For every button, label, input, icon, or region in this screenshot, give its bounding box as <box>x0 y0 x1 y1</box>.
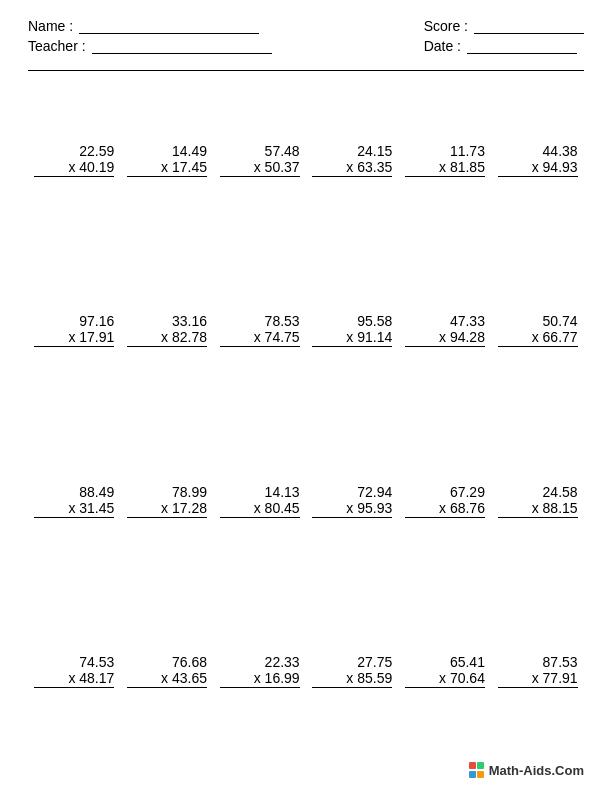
teacher-line[interactable] <box>92 38 272 54</box>
date-label: Date : <box>424 38 461 54</box>
problem-bottom-0-4: x 81.85 <box>405 159 485 177</box>
problem-0-3: 24.15x 63.35 <box>312 143 392 177</box>
date-row: Date : <box>424 38 584 54</box>
problem-1-3: 95.58x 91.14 <box>312 313 392 347</box>
problem-top-1-1: 33.16 <box>172 313 207 329</box>
header-divider <box>28 70 584 71</box>
score-label: Score : <box>424 18 468 34</box>
problem-top-3-4: 65.41 <box>450 654 485 670</box>
problem-top-3-1: 76.68 <box>172 654 207 670</box>
problem-3-2: 22.33x 16.99 <box>220 654 300 688</box>
problem-bottom-1-5: x 66.77 <box>498 329 578 347</box>
problem-top-2-1: 78.99 <box>172 484 207 500</box>
problem-bottom-2-0: x 31.45 <box>34 500 114 518</box>
problems-area: 22.59x 40.1914.49x 17.4557.48x 50.3724.1… <box>28 75 584 756</box>
problem-1-5: 50.74x 66.77 <box>498 313 578 347</box>
problem-3-4: 65.41x 70.64 <box>405 654 485 688</box>
teacher-row: Teacher : <box>28 38 272 54</box>
problem-bottom-2-3: x 95.93 <box>312 500 392 518</box>
logo-icon <box>469 762 485 778</box>
problem-2-0: 88.49x 31.45 <box>34 484 114 518</box>
problem-top-0-3: 24.15 <box>357 143 392 159</box>
problem-top-1-5: 50.74 <box>543 313 578 329</box>
problem-top-1-4: 47.33 <box>450 313 485 329</box>
problem-bottom-1-4: x 94.28 <box>405 329 485 347</box>
problem-0-0: 22.59x 40.19 <box>34 143 114 177</box>
problem-2-1: 78.99x 17.28 <box>127 484 207 518</box>
problem-top-0-4: 11.73 <box>450 143 485 159</box>
problem-bottom-1-3: x 91.14 <box>312 329 392 347</box>
problem-bottom-0-1: x 17.45 <box>127 159 207 177</box>
problem-bottom-0-5: x 94.93 <box>498 159 578 177</box>
problem-bottom-3-4: x 70.64 <box>405 670 485 688</box>
problem-top-3-3: 27.75 <box>357 654 392 670</box>
problem-bottom-3-2: x 16.99 <box>220 670 300 688</box>
problem-1-2: 78.53x 74.75 <box>220 313 300 347</box>
problem-bottom-2-1: x 17.28 <box>127 500 207 518</box>
problem-bottom-0-0: x 40.19 <box>34 159 114 177</box>
problem-top-0-5: 44.38 <box>543 143 578 159</box>
problem-bottom-0-3: x 63.35 <box>312 159 392 177</box>
problem-top-2-5: 24.58 <box>543 484 578 500</box>
problem-top-2-4: 67.29 <box>450 484 485 500</box>
problem-bottom-3-3: x 85.59 <box>312 670 392 688</box>
problem-row-1: 97.16x 17.9133.16x 82.7878.53x 74.7595.5… <box>28 245 584 415</box>
name-line[interactable] <box>79 18 259 34</box>
problem-row-3: 74.53x 48.1776.68x 43.6522.33x 16.9927.7… <box>28 586 584 756</box>
problem-bottom-3-5: x 77.91 <box>498 670 578 688</box>
problem-top-1-3: 95.58 <box>357 313 392 329</box>
problem-3-5: 87.53x 77.91 <box>498 654 578 688</box>
header-right: Score : Date : <box>424 18 584 54</box>
problem-2-3: 72.94x 95.93 <box>312 484 392 518</box>
problem-top-2-3: 72.94 <box>357 484 392 500</box>
teacher-label: Teacher : <box>28 38 86 54</box>
problem-2-4: 67.29x 68.76 <box>405 484 485 518</box>
problem-0-2: 57.48x 50.37 <box>220 143 300 177</box>
name-row: Name : <box>28 18 272 34</box>
logo-text: Math-Aids.Com <box>489 763 584 778</box>
problem-bottom-1-0: x 17.91 <box>34 329 114 347</box>
problem-bottom-1-2: x 74.75 <box>220 329 300 347</box>
problem-top-1-2: 78.53 <box>265 313 300 329</box>
header: Name : Teacher : Score : Date : <box>28 18 584 54</box>
problem-1-1: 33.16x 82.78 <box>127 313 207 347</box>
problem-3-1: 76.68x 43.65 <box>127 654 207 688</box>
name-label: Name : <box>28 18 73 34</box>
problem-top-3-5: 87.53 <box>543 654 578 670</box>
problem-top-0-2: 57.48 <box>265 143 300 159</box>
date-line[interactable] <box>467 38 577 54</box>
problem-top-2-2: 14.13 <box>265 484 300 500</box>
problem-top-1-0: 97.16 <box>79 313 114 329</box>
score-row: Score : <box>424 18 584 34</box>
logo-icon-red <box>469 762 476 769</box>
footer: Math-Aids.Com <box>28 756 584 778</box>
score-line[interactable] <box>474 18 584 34</box>
problem-bottom-3-1: x 43.65 <box>127 670 207 688</box>
problem-bottom-3-0: x 48.17 <box>34 670 114 688</box>
problem-1-0: 97.16x 17.91 <box>34 313 114 347</box>
problem-bottom-0-2: x 50.37 <box>220 159 300 177</box>
header-left: Name : Teacher : <box>28 18 272 54</box>
problem-2-5: 24.58x 88.15 <box>498 484 578 518</box>
problem-3-0: 74.53x 48.17 <box>34 654 114 688</box>
problem-3-3: 27.75x 85.59 <box>312 654 392 688</box>
problem-0-1: 14.49x 17.45 <box>127 143 207 177</box>
problem-top-3-2: 22.33 <box>265 654 300 670</box>
logo-icon-green <box>477 762 484 769</box>
problem-bottom-2-5: x 88.15 <box>498 500 578 518</box>
page: Name : Teacher : Score : Date : 22.59x 4… <box>0 0 612 792</box>
problem-bottom-1-1: x 82.78 <box>127 329 207 347</box>
problem-0-5: 44.38x 94.93 <box>498 143 578 177</box>
problem-top-0-1: 14.49 <box>172 143 207 159</box>
problem-0-4: 11.73x 81.85 <box>405 143 485 177</box>
problem-row-0: 22.59x 40.1914.49x 17.4557.48x 50.3724.1… <box>28 75 584 245</box>
problem-top-2-0: 88.49 <box>79 484 114 500</box>
problem-1-4: 47.33x 94.28 <box>405 313 485 347</box>
problem-row-2: 88.49x 31.4578.99x 17.2814.13x 80.4572.9… <box>28 416 584 586</box>
problem-top-0-0: 22.59 <box>79 143 114 159</box>
logo-icon-yellow <box>477 771 484 778</box>
problem-bottom-2-4: x 68.76 <box>405 500 485 518</box>
problem-bottom-2-2: x 80.45 <box>220 500 300 518</box>
problem-2-2: 14.13x 80.45 <box>220 484 300 518</box>
logo-icon-blue <box>469 771 476 778</box>
